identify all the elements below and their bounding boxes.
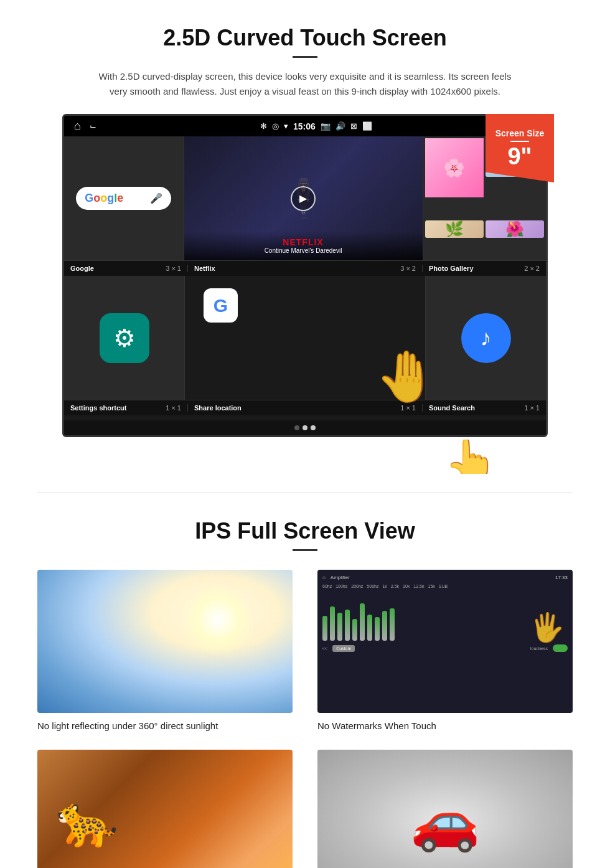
feature-cheetah: 🐆 Super Fast Response	[37, 750, 293, 868]
amplifier-image: ⌂ Amplifier 17:33 60hz100hz200hz500hz1k2…	[317, 570, 573, 713]
settings-icon: ⚙	[100, 313, 149, 363]
sun-glow	[181, 582, 255, 657]
amp-bar-9	[382, 611, 387, 641]
camera-icon: 📷	[321, 121, 331, 131]
share-app-name: Share location	[194, 404, 242, 412]
wifi-icon: ▾	[284, 121, 288, 131]
amp-header: ⌂ Amplifier 17:33	[322, 575, 568, 580]
location-icon: ◎	[272, 121, 279, 131]
google-maps-icon: G	[204, 288, 238, 323]
app-labels-row-1: Google 3 × 1 Netflix 3 × 2 Photo Gallery…	[64, 261, 546, 276]
amp-bar-3	[337, 613, 342, 641]
pointing-hand-icon: 👆	[444, 440, 498, 474]
sunlight-image	[37, 570, 293, 713]
screen-size-badge: Screen Size 9"	[486, 114, 554, 182]
netflix-app-cell[interactable]: 🕴 ▶ NETFLIX Continue Marvel's Daredevil	[184, 136, 423, 260]
curved-screen-section: 2.5D Curved Touch Screen With 2.5D curve…	[0, 0, 610, 493]
amp-bar-8	[375, 617, 380, 641]
window-icon: ⬜	[362, 121, 372, 131]
amp-custom-btn: Custom	[332, 645, 355, 652]
amp-loudness: loudness	[530, 646, 548, 651]
section2-divider	[293, 549, 317, 551]
amp-bar-5	[352, 619, 357, 641]
settings-app-cell[interactable]: ⚙	[64, 276, 185, 400]
status-bar: ⌂ ⌙ ✻ ◎ ▾ 15:06 📷 🔊 ⊠ ⬜	[64, 116, 546, 136]
car-image: 🚗	[317, 750, 573, 868]
google-search-bar[interactable]: Google 🎤	[76, 187, 171, 210]
sound-label: Sound Search 1 × 1	[423, 404, 546, 412]
netflix-app-size: 3 × 2	[400, 265, 416, 272]
sunlight-caption: No light reflecting under 360° direct su…	[37, 720, 293, 731]
status-left: ⌂ ⌙	[74, 120, 96, 133]
photo-thumb-3: 🌿	[425, 220, 484, 238]
feature-grid: No light reflecting under 360° direct su…	[37, 570, 573, 868]
cheetah-image: 🐆	[37, 750, 293, 868]
photo-app-size: 2 × 2	[524, 265, 540, 272]
section1-title: 2.5D Curved Touch Screen	[37, 25, 573, 51]
ips-screen-section: IPS Full Screen View No light reflecting…	[0, 493, 610, 868]
section2-title: IPS Full Screen View	[37, 518, 573, 544]
device-screen: ⌂ ⌙ ✻ ◎ ▾ 15:06 📷 🔊 ⊠ ⬜	[62, 114, 548, 437]
settings-app-size: 1 × 1	[166, 404, 181, 412]
google-logo: Google	[85, 192, 123, 205]
badge-divider	[510, 141, 529, 142]
amp-bar-2	[330, 606, 335, 641]
amp-bar-4	[345, 610, 350, 641]
amp-home-icon: ⌂	[322, 575, 326, 580]
photo-thumb-4: 🌺	[486, 220, 544, 238]
section1-divider	[293, 56, 317, 58]
amp-freq-labels: 60hz100hz200hz500hz1k2.5k10k12.5k15kSUB	[322, 584, 568, 588]
dot-1	[294, 425, 299, 430]
device-mockup: Screen Size 9" ⌂ ⌙ ✻ ◎ ▾ 15:06 📷 🔊 ⊠	[62, 114, 548, 437]
app-row-2: ⚙ G 🤚 ♪	[64, 276, 546, 400]
amp-hand-icon: 🖐	[530, 611, 565, 644]
google-label: Google 3 × 1	[64, 265, 188, 272]
app-labels-row-2: Settings shortcut 1 × 1 Share location 1…	[64, 400, 546, 415]
amplifier-visual: ⌂ Amplifier 17:33 60hz100hz200hz500hz1k2…	[317, 570, 573, 713]
dot-3	[311, 425, 316, 430]
time-display: 15:06	[293, 121, 316, 131]
mic-icon[interactable]: 🎤	[150, 192, 162, 204]
hand-overlay-area: 👆	[62, 440, 548, 474]
usb-icon: ⌙	[90, 121, 96, 131]
netflix-label: Netflix 3 × 2	[188, 265, 423, 272]
amplifier-caption: No Watermarks When Touch	[317, 720, 573, 731]
status-center: ✻ ◎ ▾ 15:06 📷 🔊 ⊠ ⬜	[260, 121, 372, 131]
amp-bar-7	[367, 615, 372, 641]
feature-sunlight: No light reflecting under 360° direct su…	[37, 570, 293, 731]
amp-eq-bars: 🖐	[322, 591, 568, 641]
amp-bar-1	[322, 616, 327, 641]
sunlight-visual	[37, 570, 293, 713]
home-icon[interactable]: ⌂	[74, 120, 81, 133]
amp-toggle	[553, 644, 568, 652]
cheetah-visual: 🐆	[37, 750, 293, 868]
photo-label: Photo Gallery 2 × 2	[423, 265, 546, 272]
badge-label: Screen Size	[495, 128, 545, 138]
google-app-size: 3 × 1	[166, 265, 181, 272]
amp-time: 17:33	[555, 575, 568, 580]
cheetah-icon: 🐆	[56, 792, 118, 851]
feature-amplifier: ⌂ Amplifier 17:33 60hz100hz200hz500hz1k2…	[317, 570, 573, 731]
sound-search-cell[interactable]: ♪	[426, 276, 546, 400]
volume-icon: 🔊	[336, 121, 345, 131]
amp-title: Amplifier	[331, 575, 350, 580]
netflix-play-button[interactable]: ▶	[291, 186, 316, 211]
app-row-1: Google 🎤 🕴 ▶ NETFLIX Continue Marvel's D…	[64, 136, 546, 261]
badge-size: 9"	[507, 144, 532, 168]
netflix-logo: NETFLIX	[190, 237, 416, 247]
photo-app-name: Photo Gallery	[429, 265, 474, 272]
google-app-name: Google	[70, 265, 94, 272]
car-icon: 🚗	[410, 789, 480, 854]
netflix-app-name: Netflix	[194, 265, 215, 272]
feature-car: 🚗 Large Viewing Angle	[317, 750, 573, 868]
bluetooth-icon: ✻	[260, 121, 267, 131]
netflix-overlay: NETFLIX Continue Marvel's Daredevil	[184, 231, 423, 260]
share-location-cell[interactable]: G 🤚	[185, 276, 426, 400]
dot-2	[303, 425, 307, 430]
close-icon: ⊠	[350, 121, 357, 131]
netflix-subtitle: Continue Marvel's Daredevil	[190, 247, 416, 254]
sound-search-icon: ♪	[461, 313, 511, 363]
amp-bar-10	[390, 608, 395, 641]
google-app-cell[interactable]: Google 🎤	[64, 136, 184, 260]
photo-thumb-1: 🌸	[425, 138, 484, 197]
